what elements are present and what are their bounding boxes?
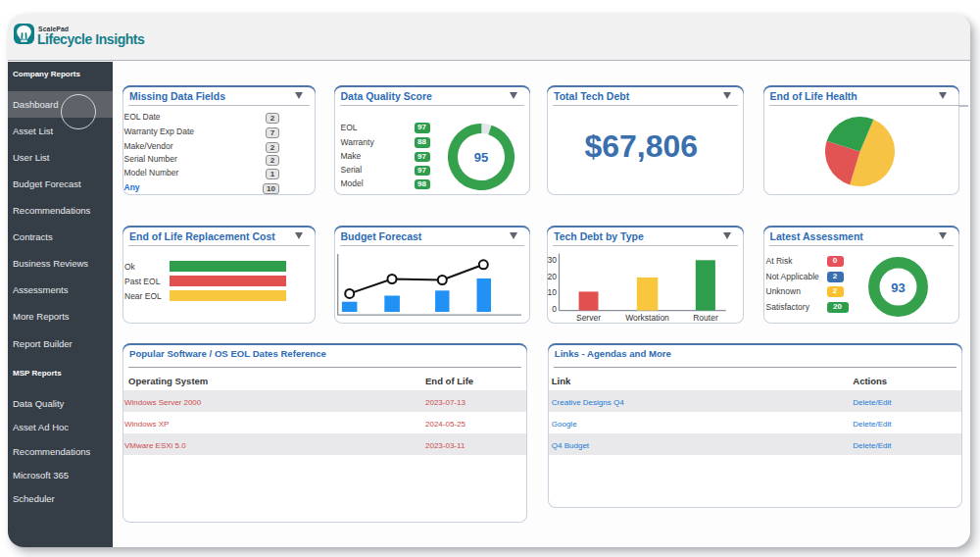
svg-text:95: 95 — [474, 150, 488, 165]
svg-text:10: 10 — [548, 287, 558, 297]
svg-text:93: 93 — [891, 279, 905, 294]
svg-text:Server: Server — [576, 313, 601, 323]
svg-text:0: 0 — [552, 304, 557, 314]
svg-text:Router: Router — [693, 313, 718, 323]
svg-text:Workstation: Workstation — [625, 313, 669, 323]
svg-text:20: 20 — [548, 272, 558, 281]
svg-text:30: 30 — [548, 255, 558, 265]
